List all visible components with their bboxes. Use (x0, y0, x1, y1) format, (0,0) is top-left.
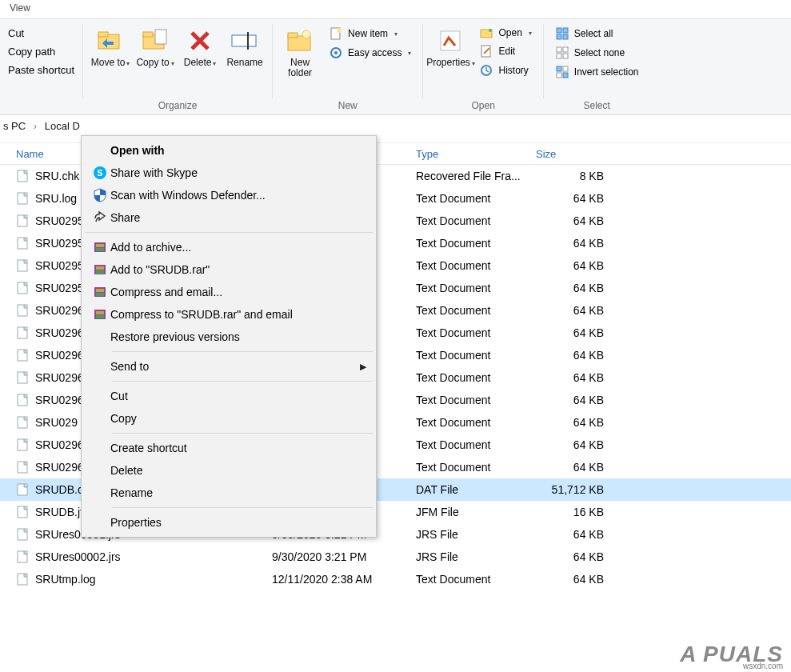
select-none-button[interactable]: Select none (552, 45, 642, 61)
col-size[interactable]: Size (536, 148, 612, 160)
copy-to-button[interactable]: Copy to▾ (133, 22, 178, 100)
svg-rect-26 (563, 54, 568, 58)
folder-copy-icon (141, 26, 170, 56)
paste-shortcut-button[interactable]: Paste shortcut (8, 64, 74, 76)
select-all-icon (555, 27, 569, 40)
file-type: Text Document (416, 326, 536, 339)
file-size: 64 KB (536, 461, 612, 474)
view-tab[interactable]: View (0, 0, 40, 18)
rename-icon (230, 26, 259, 56)
ctx-compress-email[interactable]: Compress and email... (83, 281, 374, 303)
file-type: Text Document (416, 371, 536, 384)
file-name: SRU0295 (35, 259, 84, 272)
organize-group-title: Organize (88, 100, 267, 114)
move-to-button[interactable]: Move to▾ (88, 22, 133, 100)
open-group-title: Open (428, 100, 537, 114)
ctx-share[interactable]: Share (83, 206, 374, 229)
context-menu: Open with S Share with Skype Scan with W… (81, 135, 377, 538)
breadcrumb-separator-icon: › (29, 120, 42, 132)
rename-button[interactable]: Rename (222, 22, 267, 100)
file-name: SRU029 (35, 416, 78, 429)
ctx-add-archive[interactable]: Add to archive... (83, 236, 374, 258)
history-button[interactable]: History (476, 62, 534, 78)
ctx-open-with[interactable]: Open with (83, 139, 374, 162)
open-button[interactable]: Open▾ (476, 26, 534, 40)
file-date: 9/30/2020 3:21 PM (272, 550, 416, 563)
file-icon (16, 461, 29, 474)
ctx-delete[interactable]: Delete (83, 459, 374, 482)
file-name: SRU0296 (35, 461, 84, 474)
file-size: 64 KB (536, 416, 612, 429)
invert-selection-icon (555, 66, 569, 78)
svg-rect-54 (96, 248, 104, 251)
delete-x-icon (188, 26, 212, 56)
ctx-create-shortcut[interactable]: Create shortcut (83, 437, 374, 459)
file-type: Text Document (416, 438, 536, 451)
file-name: SRU.chk (35, 170, 79, 182)
svg-rect-5 (232, 35, 256, 46)
properties-button[interactable]: Properties▾ (428, 22, 473, 100)
file-icon (16, 326, 29, 339)
new-item-button[interactable]: New item▾ (326, 26, 414, 42)
ctx-add-rar[interactable]: Add to "SRUDB.rar" (83, 258, 374, 281)
file-icon (16, 550, 29, 563)
file-icon (16, 506, 29, 518)
file-type: Text Document (416, 237, 536, 250)
file-name: SRU0295 (35, 237, 84, 250)
easy-access-icon (329, 46, 343, 59)
new-folder-button[interactable]: New folder (278, 22, 322, 100)
copy-path-button[interactable]: Copy path (8, 46, 74, 58)
winrar-icon (90, 307, 110, 322)
file-type: JFM File (416, 506, 536, 518)
properties-icon (437, 26, 463, 56)
ctx-copy[interactable]: Copy (83, 407, 374, 430)
file-icon (16, 528, 29, 541)
winrar-icon (90, 240, 110, 254)
ctx-skype[interactable]: S Share with Skype (83, 162, 374, 184)
select-all-button[interactable]: Select all (552, 26, 642, 42)
file-name: SRUDB.c (35, 483, 83, 496)
breadcrumb-bar[interactable]: s PC › Local D (0, 115, 791, 136)
file-type: Text Document (416, 394, 536, 406)
ctx-send-to[interactable]: Send to ▶ (83, 355, 374, 378)
svg-rect-4 (155, 30, 166, 44)
table-row[interactable]: SRUres00002.jrs9/30/2020 3:21 PMJRS File… (0, 546, 791, 568)
file-type: Text Document (416, 192, 536, 205)
file-size: 64 KB (536, 438, 612, 451)
ctx-rename[interactable]: Rename (83, 482, 374, 504)
svg-point-16 (489, 29, 492, 32)
svg-rect-62 (96, 311, 104, 314)
breadcrumb-root[interactable]: s PC (3, 120, 26, 132)
file-size: 64 KB (536, 282, 612, 294)
winrar-icon (90, 285, 110, 299)
ctx-restore[interactable]: Restore previous versions (83, 326, 374, 348)
table-row[interactable]: SRUtmp.log12/11/2020 2:38 AMText Documen… (0, 568, 791, 590)
file-icon (16, 349, 29, 362)
svg-rect-30 (563, 73, 568, 78)
breadcrumb-local[interactable]: Local D (45, 120, 80, 132)
file-type: Text Document (416, 304, 536, 317)
ctx-cut[interactable]: Cut (83, 385, 374, 407)
new-group-title: New (278, 100, 417, 114)
file-icon (16, 259, 29, 272)
svg-point-9 (302, 30, 310, 38)
col-type[interactable]: Type (416, 148, 536, 160)
invert-selection-button[interactable]: Invert selection (552, 64, 642, 80)
file-icon (16, 573, 29, 586)
easy-access-button[interactable]: Easy access▾ (326, 45, 414, 61)
svg-rect-20 (563, 28, 568, 33)
cut-button[interactable]: Cut (8, 27, 74, 39)
file-date: 12/11/2020 2:38 AM (272, 573, 416, 586)
file-icon (16, 483, 29, 496)
svg-rect-3 (143, 32, 153, 37)
file-type: Text Document (416, 461, 536, 474)
file-name: SRU.log (35, 192, 77, 205)
file-size: 64 KB (536, 192, 612, 205)
ctx-compress-rar-email[interactable]: Compress to "SRUDB.rar" and email (83, 303, 374, 326)
svg-rect-25 (557, 54, 561, 58)
delete-button[interactable]: Delete▾ (178, 22, 222, 100)
ctx-properties[interactable]: Properties (83, 511, 374, 534)
ribbon: Cut Copy path Paste shortcut Move to▾ Co… (0, 19, 791, 115)
ctx-defender[interactable]: Scan with Windows Defender... (83, 184, 374, 206)
edit-button[interactable]: Edit (476, 43, 534, 59)
